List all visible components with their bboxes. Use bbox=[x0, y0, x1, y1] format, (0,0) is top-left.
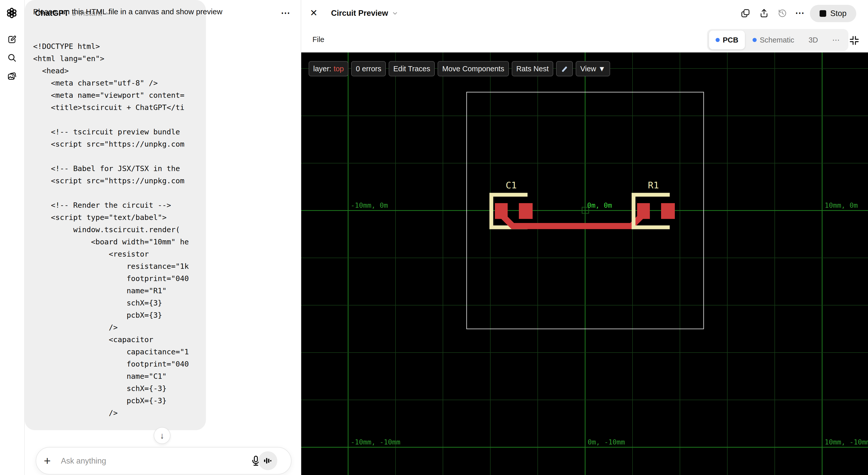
close-icon[interactable]: ✕ bbox=[310, 8, 317, 18]
app: ChatGPT 5 Instant ⋯ Please run this HTML… bbox=[0, 0, 868, 475]
grid-label-right-bottom: 10mm, -10mm bbox=[825, 438, 868, 446]
stop-square-icon bbox=[819, 10, 826, 17]
arrow-down-icon: ↓ bbox=[160, 431, 164, 441]
chevron-down-icon bbox=[392, 10, 398, 16]
pencil-tool-button[interactable] bbox=[556, 61, 573, 76]
history-icon[interactable] bbox=[777, 8, 787, 18]
pcb-viewport[interactable]: layer: top 0 errors Edit Traces Move Com… bbox=[301, 53, 868, 475]
grid bbox=[301, 53, 868, 475]
chat-panel: ChatGPT 5 Instant ⋯ Please run this HTML… bbox=[25, 0, 301, 475]
r1-label: R1 bbox=[648, 180, 659, 191]
user-message-code: <!DOCTYPE html> <html lang="en"> <head> … bbox=[33, 40, 189, 419]
canvas-title-dropdown[interactable]: Circuit Preview bbox=[331, 0, 398, 27]
tab-schematic[interactable]: Schematic bbox=[746, 31, 801, 49]
grid-label-left-bottom: -10mm, -10mm bbox=[351, 438, 400, 446]
openai-logo-icon[interactable] bbox=[6, 7, 18, 19]
layer-button[interactable]: layer: top bbox=[309, 61, 348, 76]
scroll-to-bottom-button[interactable]: ↓ bbox=[154, 427, 170, 444]
canvas-menubar: File PCB Schematic 3D ⋯ bbox=[301, 27, 868, 53]
c1-pad-2 bbox=[519, 203, 533, 219]
errors-button[interactable]: 0 errors bbox=[351, 61, 386, 76]
status-dot bbox=[752, 38, 756, 42]
stop-button[interactable]: Stop bbox=[810, 5, 856, 22]
layer-value: top bbox=[334, 65, 344, 73]
edit-traces-button[interactable]: Edit Traces bbox=[389, 61, 435, 76]
r1-pad-1 bbox=[637, 203, 650, 219]
pencil-icon bbox=[561, 65, 568, 73]
grid-label-right-zero: 10mm, 0m bbox=[825, 201, 858, 209]
collapse-icon[interactable] bbox=[849, 35, 860, 46]
tab-pcb-label: PCB bbox=[723, 36, 738, 44]
waveform-icon bbox=[262, 455, 273, 466]
canvas-title: Circuit Preview bbox=[331, 9, 388, 18]
search-icon[interactable] bbox=[7, 53, 17, 63]
canvas-menu-icon[interactable]: ⋯ bbox=[795, 8, 805, 18]
attach-plus-icon[interactable]: + bbox=[44, 447, 51, 474]
grid-label-center-bottom: 0m, -10mm bbox=[588, 438, 625, 446]
grid-label-origin: 0m, 0m bbox=[587, 201, 612, 209]
tab-more[interactable]: ⋯ bbox=[826, 31, 846, 49]
user-message-text: Please run this HTML file in a canvas an… bbox=[33, 6, 206, 18]
library-icon[interactable] bbox=[7, 71, 17, 81]
rats-nest-button[interactable]: Rats Nest bbox=[512, 61, 553, 76]
composer: + bbox=[36, 447, 291, 474]
canvas-panel: ✕ Circuit Preview bbox=[301, 0, 868, 475]
tab-schematic-label: Schematic bbox=[760, 36, 794, 44]
pcb-toolbar: layer: top 0 errors Edit Traces Move Com… bbox=[309, 61, 610, 76]
pcb-canvas[interactable]: C1 R1 -10mm, 0m 0m, 0 bbox=[301, 53, 868, 475]
tab-pcb[interactable]: PCB bbox=[709, 31, 745, 49]
canvas-header: ✕ Circuit Preview bbox=[301, 0, 868, 27]
share-icon[interactable] bbox=[759, 8, 769, 18]
r1-pad-2 bbox=[661, 203, 675, 219]
layer-label: layer: bbox=[313, 65, 331, 73]
status-dot bbox=[716, 38, 720, 42]
tab-3d[interactable]: 3D bbox=[802, 31, 825, 49]
file-menu[interactable]: File bbox=[312, 27, 324, 53]
copy-icon[interactable] bbox=[740, 8, 750, 18]
chat-input[interactable] bbox=[60, 447, 219, 474]
voice-mode-button[interactable] bbox=[258, 451, 277, 470]
move-components-button[interactable]: Move Components bbox=[438, 61, 509, 76]
c1-label: C1 bbox=[506, 180, 517, 191]
view-menu-button[interactable]: View ▼ bbox=[576, 61, 610, 76]
view-switcher: PCB Schematic 3D ⋯ bbox=[707, 29, 848, 51]
tab-3d-label: 3D bbox=[809, 36, 818, 44]
grid-label-left-zero: -10mm, 0m bbox=[351, 201, 388, 209]
ellipsis-icon: ⋯ bbox=[832, 36, 840, 44]
sidebar-rail bbox=[0, 0, 25, 475]
new-chat-icon[interactable] bbox=[7, 34, 17, 45]
component-c1[interactable]: C1 bbox=[491, 180, 533, 227]
user-message-bubble: Please run this HTML file in a canvas an… bbox=[25, 0, 206, 430]
stop-label: Stop bbox=[830, 9, 846, 18]
